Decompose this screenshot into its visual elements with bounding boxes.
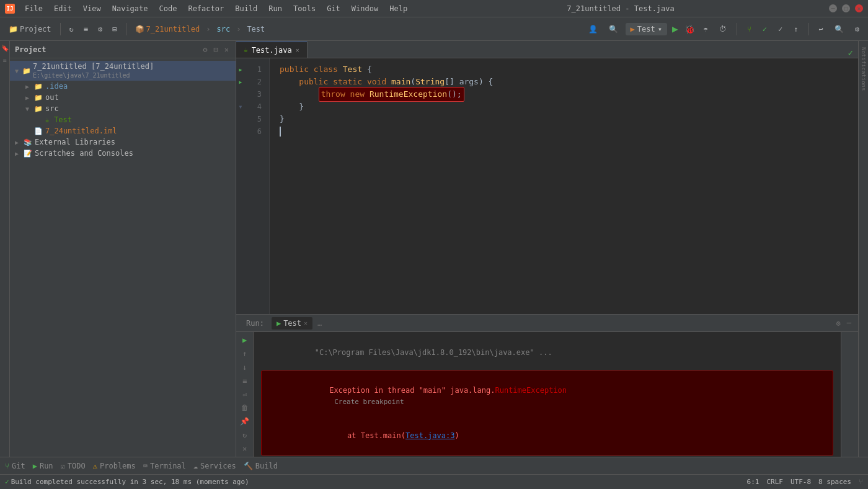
wrap-button[interactable]: ⏎	[238, 389, 252, 400]
test-java-link[interactable]: Test.java:3	[405, 431, 454, 440]
create-breakpoint-text[interactable]: Create breakpoint	[334, 398, 404, 406]
gutter-2: ▶	[236, 76, 245, 88]
menu-run[interactable]: Run	[264, 3, 287, 14]
cursor-position[interactable]: 6:1	[747, 478, 760, 486]
menu-view[interactable]: View	[78, 3, 106, 14]
tree-root[interactable]: ▼ 📁 7_21untitled [7_24untitled] E:\gitee…	[10, 61, 236, 81]
line-ending[interactable]: CRLF	[766, 478, 783, 486]
project-panel: Project ⚙ ⊟ ✕ ▼ 📁 7_21untitled [7_24unti…	[10, 41, 236, 457]
project-icon: 📁	[9, 25, 18, 34]
panel-hide-icon[interactable]: ─	[845, 318, 853, 328]
left-sidebar: 🔖 ≡	[0, 41, 10, 457]
menu-tools[interactable]: Tools	[288, 3, 321, 14]
tree-out[interactable]: ▶ 📁 out	[10, 92, 236, 103]
tree-ext-lib[interactable]: ▶ 📚 External Libraries	[10, 137, 236, 148]
sync-button[interactable]: ↻	[66, 23, 78, 35]
brace-close-4: }	[299, 101, 304, 113]
find-button[interactable]: 🔍	[831, 23, 848, 35]
menu-navigate[interactable]: Navigate	[107, 3, 153, 14]
vcs-push[interactable]: ↑	[790, 23, 802, 35]
encoding[interactable]: UTF-8	[790, 478, 811, 486]
tab-close-button[interactable]: ✕	[296, 47, 299, 53]
toolbar-build[interactable]: 🔨 Build	[244, 462, 278, 470]
menu-refactor[interactable]: Refactor	[183, 3, 229, 14]
tree-src[interactable]: ▼ 📁 src	[10, 103, 236, 114]
exception-class: RuntimeException	[495, 386, 567, 395]
minimize-button[interactable]: ─	[829, 4, 837, 12]
menu-bar[interactable]: File Edit View Navigate Code Refactor Bu…	[20, 3, 412, 14]
at-test-text: at Test.main(	[329, 431, 405, 440]
code-editor[interactable]: ▶ ▶ ▼ 1 2 3 4 5 6 public class Test {	[236, 58, 858, 314]
window-controls[interactable]: ─ □ ✕	[829, 4, 863, 12]
menu-code[interactable]: Code	[154, 3, 182, 14]
toolbar-run[interactable]: ▶ Run	[33, 462, 53, 470]
vcs-checkmark[interactable]: ✓	[759, 23, 771, 35]
vcs-commit[interactable]: ✓	[774, 23, 786, 35]
panel-settings-icon[interactable]: ⚙	[835, 318, 843, 328]
scroll-up-button[interactable]: ↑	[238, 348, 252, 359]
undo-button[interactable]: ↩	[815, 23, 827, 35]
menu-git[interactable]: Git	[322, 3, 345, 14]
trash-button[interactable]: ✕	[238, 443, 252, 454]
tree-test-java[interactable]: ☕ Test	[10, 114, 236, 125]
menu-file[interactable]: File	[20, 3, 48, 14]
menu-build[interactable]: Build	[230, 3, 262, 14]
code-content[interactable]: public class Test { public static void m…	[270, 58, 858, 314]
run-button[interactable]: ▶	[671, 22, 680, 36]
search-everywhere-button[interactable]: 🔍	[605, 23, 622, 35]
scroll-down-button[interactable]: ↓	[238, 362, 252, 373]
run-config-selector[interactable]: ▶ Test ▾	[626, 23, 667, 35]
panel-collapse-icon[interactable]: ⊟	[212, 45, 220, 55]
toolbar-git[interactable]: ⑂ Git	[5, 462, 25, 470]
paren-open: (	[410, 76, 415, 88]
collapse-button[interactable]: ⊟	[108, 23, 120, 35]
toolbar-services[interactable]: ☁ Services	[193, 462, 236, 470]
menu-help[interactable]: Help	[384, 3, 412, 14]
run-gutter-1[interactable]: ▶	[239, 67, 242, 73]
console-content[interactable]: "C:\Program Files\Java\jdk1.8.0_192\bin\…	[254, 332, 841, 457]
maximize-button[interactable]: □	[842, 4, 850, 12]
gutter-6	[236, 125, 245, 138]
fold-gutter-4: ▼	[239, 104, 242, 110]
panel-close-icon[interactable]: ✕	[223, 45, 231, 55]
kw-public-2: public	[299, 76, 333, 88]
project-panel-title: Project	[15, 45, 46, 54]
sidebar-structure-icon[interactable]: ≡	[1, 56, 9, 65]
tree-idea[interactable]: ▶ 📁 .idea	[10, 81, 236, 92]
run-gutter-2[interactable]: ▶	[239, 79, 242, 85]
menu-edit[interactable]: Edit	[49, 3, 77, 14]
indent-size[interactable]: 8 spaces	[818, 478, 851, 486]
menu-window[interactable]: Window	[347, 3, 383, 14]
toolbar-sep3	[737, 23, 737, 35]
toolbar-todo[interactable]: ☑ TODO	[61, 462, 86, 470]
bottom-tab-test[interactable]: ▶ Test ✕	[272, 317, 312, 330]
parens-close: ();	[447, 89, 461, 99]
profile-button[interactable]: ⏱	[715, 23, 730, 35]
filter-button[interactable]: ≡	[238, 375, 252, 387]
error-box: Exception in thread "main" java.lang.Run…	[261, 370, 833, 455]
tree-iml[interactable]: 📄 7_24untitled.iml	[10, 125, 236, 137]
tree-scratches[interactable]: ▶ 📝 Scratches and Consoles	[10, 148, 236, 159]
clear-button[interactable]: 🗑	[238, 402, 252, 413]
panel-cog-icon[interactable]: ⚙	[201, 45, 209, 55]
iml-icon: 📄	[33, 127, 43, 135]
coverage-button[interactable]: ☂	[700, 23, 712, 35]
debug-button[interactable]: 🐞	[683, 23, 696, 35]
account-button[interactable]: 👤	[585, 23, 601, 35]
project-panel-toggle[interactable]: 📁 Project	[5, 23, 55, 35]
structure-button[interactable]: ≡	[80, 23, 92, 35]
toolbar-problems[interactable]: ⚠ Problems	[93, 462, 136, 470]
restore-button[interactable]: ↻	[238, 429, 252, 441]
editor-gutter: ▶ ▶ ▼	[236, 58, 245, 314]
config-button[interactable]: ⚙	[851, 23, 863, 35]
editor-tab-test[interactable]: ☕ Test.java ✕	[236, 42, 308, 58]
git-icon[interactable]: ⑂	[743, 23, 755, 35]
toolbar-terminal[interactable]: ⌨ Terminal	[143, 462, 186, 470]
close-button[interactable]: ✕	[855, 4, 863, 12]
pin-button[interactable]: 📌	[238, 416, 252, 427]
settings-button[interactable]: ⚙	[94, 23, 106, 35]
rerun-button[interactable]: ▶	[238, 334, 252, 346]
bottom-tab-close[interactable]: ✕	[304, 320, 308, 326]
sidebar-bookmark-icon[interactable]: 🔖	[1, 43, 9, 52]
notifications-icon[interactable]: Notifications	[859, 43, 868, 94]
